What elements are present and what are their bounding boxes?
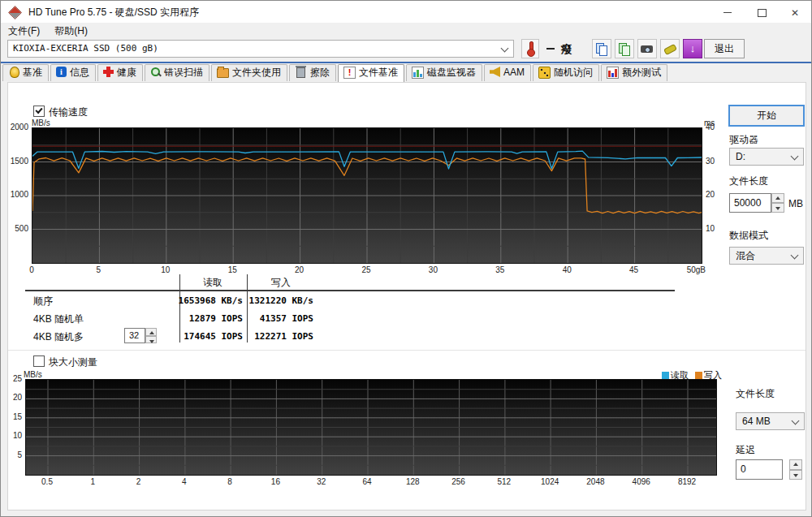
file-length2-dropdown[interactable]: 64 MB bbox=[736, 412, 805, 430]
tab-error-scan[interactable]: 错误扫描 bbox=[145, 64, 209, 81]
chart2-x-tick: 8192 bbox=[671, 477, 703, 486]
delay-input[interactable]: 0 bbox=[736, 459, 783, 480]
chart2-x-tick: 2048 bbox=[579, 477, 611, 486]
chart1-y-left-tick: 500 bbox=[7, 224, 28, 233]
camera-button[interactable] bbox=[637, 39, 657, 58]
chart1-x-tick: 50gB bbox=[681, 265, 706, 274]
exit-button[interactable]: 退出 bbox=[704, 39, 745, 58]
file-length-stepper bbox=[771, 193, 784, 213]
results-write-value: 122271 IOPS bbox=[248, 331, 313, 342]
queue-depth-input[interactable]: 32 bbox=[124, 328, 145, 343]
chart2-x-tick: 4 bbox=[168, 477, 201, 486]
delay-stepper bbox=[789, 459, 802, 480]
tabbar: 基准信息健康错误扫描文件夹使用擦除文件基准磁盘监视器AAM随机访问额外测试 bbox=[1, 64, 811, 82]
camera-icon bbox=[641, 42, 654, 55]
app-window: HD Tune Pro 5.75 - 硬盘/SSD 实用程序 ✕ 文件(F)帮助… bbox=[0, 0, 812, 517]
chart2-y-tick: 20 bbox=[4, 393, 22, 402]
tab-label: 额外测试 bbox=[622, 67, 661, 78]
temperature-button[interactable] bbox=[521, 39, 539, 58]
random-access-icon bbox=[538, 67, 551, 79]
chart1-x-tick: 0 bbox=[22, 265, 41, 274]
spin-down-button[interactable] bbox=[145, 336, 157, 344]
results-header-rule bbox=[25, 290, 675, 291]
transfer-speed-checkbox[interactable]: 传输速度 bbox=[33, 106, 88, 119]
chart2-x-tick: 16 bbox=[259, 477, 292, 486]
chart1-x-tick: 40 bbox=[557, 265, 577, 274]
tab-health[interactable]: 健康 bbox=[97, 64, 143, 81]
delay-label: 延迟 bbox=[736, 443, 755, 457]
file-length-input[interactable]: 50000 bbox=[729, 193, 771, 213]
results-read-value: 12879 IOPS bbox=[178, 313, 243, 324]
close-button[interactable]: ✕ bbox=[778, 1, 812, 23]
block-size-checkbox[interactable]: 块大小测量 bbox=[33, 355, 97, 369]
window-title: HD Tune Pro 5.75 - 硬盘/SSD 实用程序 bbox=[28, 6, 199, 19]
chart1-x-tick: 45 bbox=[624, 265, 644, 274]
drive-dropdown-value: D: bbox=[736, 151, 745, 162]
chart2-x-tick: 128 bbox=[396, 477, 429, 486]
chart1-x-tick: 15 bbox=[222, 265, 242, 274]
tab-disk-monitor[interactable]: 磁盘监视器 bbox=[406, 64, 482, 81]
results-read-value: 174645 IOPS bbox=[178, 331, 243, 342]
info-icon bbox=[56, 67, 67, 77]
chevron-down-icon bbox=[792, 417, 800, 425]
tab-file-benchmark[interactable]: 文件基准 bbox=[338, 64, 404, 82]
chart2-x-tick: 32 bbox=[305, 477, 338, 486]
highlight-icon bbox=[663, 42, 676, 55]
download-button[interactable]: ↓ bbox=[683, 39, 702, 58]
chart2-x-tick: 256 bbox=[443, 477, 475, 486]
minimize-button[interactable] bbox=[710, 1, 745, 23]
results-col-read: 读取 bbox=[181, 276, 244, 290]
tab-erase[interactable]: 擦除 bbox=[289, 64, 336, 81]
data-mode-dropdown-value: 混合 bbox=[736, 250, 755, 261]
results-read-value: 1653968 KB/s bbox=[178, 295, 243, 306]
maximize-button[interactable] bbox=[745, 1, 779, 23]
minimize-icon bbox=[723, 12, 732, 13]
menubar: 文件(F)帮助(H) bbox=[1, 23, 811, 39]
chart1-x-tick: 25 bbox=[356, 265, 376, 274]
transfer-speed-label: 传输速度 bbox=[49, 106, 88, 118]
chart1-x-tick: 20 bbox=[290, 265, 309, 274]
download-icon: ↓ bbox=[686, 42, 699, 55]
spin-up-button[interactable] bbox=[789, 459, 802, 470]
data-mode-dropdown[interactable]: 混合 bbox=[729, 247, 804, 265]
copy-image-icon bbox=[618, 42, 631, 55]
copy-clipboard-button[interactable] bbox=[592, 39, 611, 58]
chart1-x-tick: 35 bbox=[490, 265, 510, 274]
chart2-x-tick: 0.5 bbox=[31, 477, 63, 486]
chart1-x-tick: 10 bbox=[156, 265, 175, 274]
tab-random-access[interactable]: 随机访问 bbox=[533, 64, 599, 81]
menu-item-file[interactable]: 文件(F) bbox=[1, 23, 47, 40]
tab-label: 文件夹使用 bbox=[232, 67, 281, 78]
spin-up-button[interactable] bbox=[145, 328, 157, 336]
copy-clipboard-icon bbox=[595, 42, 608, 55]
chart1-y-left-unit: MB/s bbox=[32, 118, 50, 127]
tab-benchmark[interactable]: 基准 bbox=[2, 64, 49, 81]
health-icon bbox=[103, 67, 114, 77]
chart2-x-tick: 4096 bbox=[625, 477, 658, 486]
highlight-button[interactable] bbox=[660, 39, 680, 58]
spin-down-button[interactable] bbox=[789, 470, 802, 480]
close-icon: ✕ bbox=[791, 7, 799, 19]
drive-dropdown[interactable]: D: bbox=[729, 148, 804, 166]
menu-item-help[interactable]: 帮助(H) bbox=[47, 23, 95, 40]
error-scan-icon bbox=[150, 67, 161, 77]
chart2-x-tick: 512 bbox=[488, 477, 520, 486]
spin-down-button[interactable] bbox=[771, 203, 784, 213]
tab-extra-tests[interactable]: 额外测试 bbox=[601, 64, 667, 81]
tab-folder-usage[interactable]: 文件夹使用 bbox=[211, 64, 287, 81]
chart2-y-tick: 5 bbox=[4, 450, 22, 459]
start-button[interactable]: 开始 bbox=[729, 106, 804, 126]
chart1-y-left-tick: 2000 bbox=[7, 123, 28, 131]
legend-swatch-icon bbox=[662, 372, 669, 379]
drive-select[interactable]: KIOXIA-EXCERIA SSD (500 gB) bbox=[7, 40, 514, 58]
chart1-y-right-tick: 10 bbox=[706, 224, 722, 233]
chart2-x-tick: 2 bbox=[123, 477, 155, 486]
chart1-y-right-tick: 20 bbox=[706, 190, 722, 199]
spin-up-button[interactable] bbox=[771, 193, 784, 203]
chart2-x-tick: 8 bbox=[214, 477, 246, 486]
tab-aam[interactable]: AAM bbox=[484, 64, 531, 81]
results-write-value: 41357 IOPS bbox=[248, 313, 313, 324]
tab-info[interactable]: 信息 bbox=[50, 64, 96, 81]
copy-image-button[interactable] bbox=[615, 39, 634, 58]
block-size-label: 块大小测量 bbox=[49, 356, 97, 368]
